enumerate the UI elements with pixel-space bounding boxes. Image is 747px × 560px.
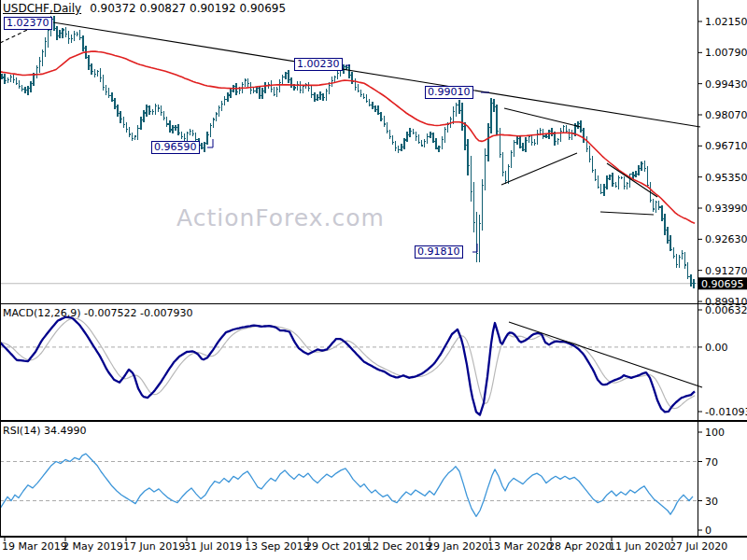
current-price-tag: 0.90695: [698, 277, 747, 290]
svg-text:0.93990: 0.93990: [705, 203, 747, 215]
svg-text:1.02150: 1.02150: [705, 16, 747, 28]
svg-text:13 Mar 2020: 13 Mar 2020: [487, 540, 553, 553]
chart-title: USDCHF,Daily0.90372 0.90827 0.90192 0.90…: [3, 2, 286, 15]
svg-text:11 Jun 2020: 11 Jun 2020: [609, 540, 670, 553]
svg-text:17 Jun 2019: 17 Jun 2019: [123, 540, 185, 553]
svg-text:13 Sep 2019: 13 Sep 2019: [245, 540, 310, 553]
forex-chart-screenshot: 1.021501.007900.994300.980700.967100.953…: [0, 0, 747, 560]
right-axis-rsi: 10070300: [698, 427, 725, 537]
svg-text:70: 70: [705, 456, 718, 469]
price-label-1.02370: 1.02370: [4, 17, 52, 30]
svg-text:100: 100: [705, 427, 725, 439]
svg-text:0.99430: 0.99430: [705, 78, 747, 91]
svg-text:0.98070: 0.98070: [705, 109, 747, 121]
svg-text:29 Jan 2020: 29 Jan 2020: [427, 540, 488, 553]
svg-text:0.90695: 0.90695: [701, 278, 744, 290]
rsi-panel: [0, 454, 698, 516]
moving-average-line: [0, 51, 695, 223]
svg-text:19 Mar 2019: 19 Mar 2019: [2, 540, 67, 553]
svg-text:2 May 2019: 2 May 2019: [63, 540, 123, 553]
right-axis-macd: 0.0063210.00-0.010939: [698, 304, 747, 418]
price-bars: [2, 16, 696, 288]
panel-borders: [0, 0, 747, 538]
main-trendlines: [0, 20, 700, 215]
svg-text:0: 0: [705, 525, 712, 537]
svg-text:27 Jul 2020: 27 Jul 2020: [669, 540, 727, 553]
svg-text:28 Apr 2020: 28 Apr 2020: [548, 540, 612, 553]
svg-text:0.95350: 0.95350: [705, 172, 747, 184]
macd-indicator-label: MACD(12,26,9) -0.007522 -0.007930: [3, 307, 192, 319]
macd-panel: [0, 317, 702, 415]
rsi-indicator-label: RSI(14) 34.4990: [3, 425, 86, 437]
price-label-0.99010: 0.99010: [425, 86, 473, 99]
svg-text:0.92630: 0.92630: [705, 233, 747, 245]
ohlc-values: 0.90372 0.90827 0.90192 0.90695: [90, 2, 286, 15]
svg-text:12 Dec 2019: 12 Dec 2019: [366, 540, 431, 553]
svg-text:29 Oct 2019: 29 Oct 2019: [305, 540, 369, 553]
price-label-0.96590: 0.96590: [151, 141, 200, 154]
price-label-0.91810: 0.91810: [415, 245, 463, 259]
svg-text:-0.010939: -0.010939: [705, 406, 747, 418]
macd-main-line: [0, 317, 695, 415]
right-axis-main: 1.021501.007900.994300.980700.967100.953…: [698, 16, 747, 308]
date-axis: 19 Mar 20192 May 201917 Jun 201931 Jul 2…: [2, 538, 727, 553]
price-label-1.00230: 1.00230: [294, 58, 343, 71]
chart-canvas: 1.021501.007900.994300.980700.967100.953…: [0, 0, 747, 560]
svg-text:0.96710: 0.96710: [705, 140, 747, 152]
symbol-timeframe-label: USDCHF,Daily: [3, 2, 81, 15]
svg-text:0.006321: 0.006321: [705, 304, 747, 316]
svg-text:1.00790: 1.00790: [705, 47, 747, 59]
svg-text:31 Jul 2019: 31 Jul 2019: [184, 540, 242, 553]
svg-text:30: 30: [705, 496, 718, 508]
svg-text:0.91270: 0.91270: [705, 265, 747, 277]
svg-text:0.00: 0.00: [705, 342, 728, 354]
actionforex-watermark: ActionForex.com: [176, 204, 385, 231]
rsi-line: [0, 454, 693, 516]
